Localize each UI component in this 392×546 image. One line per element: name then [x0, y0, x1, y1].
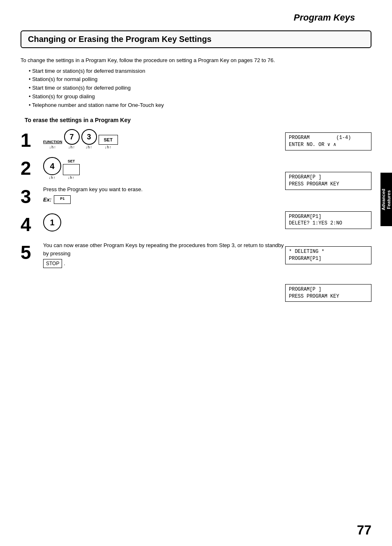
- key-7-group: 7 ↓h↑: [64, 129, 80, 149]
- step-5-row: 5 You can now erase other Program Keys b…: [21, 241, 285, 268]
- key-4-group: 4 ↓h↑: [43, 157, 61, 180]
- list-item: Telephone number and station name for On…: [29, 101, 371, 110]
- key-set1: SET: [99, 135, 118, 145]
- key-set2-group: SET ↓h↑: [63, 159, 80, 180]
- lcd-3-wrapper: PROGRAM[P1] DELETE? 1:YES 2:NO: [285, 211, 371, 229]
- step-2-keys: 4 ↓h↑ SET ↓h↑: [43, 157, 285, 180]
- erase-heading: To erase the settings in a Program Key: [25, 117, 371, 123]
- page-title: Program Keys: [21, 12, 371, 23]
- right-lcds: PROGRAM (1-4) ENTER NO. OR ∨ ∧ PROGRAM[P…: [285, 129, 371, 302]
- lcd-2-wrapper: PROGRAM[P ] PRESS PROGRAM KEY: [285, 172, 371, 190]
- step-3-text: Press the Program key you want to erase.: [43, 185, 285, 194]
- step-1-keys: FUNCTION ↓h↑ 7 ↓h↑ 3 ↓h↑ SET: [43, 129, 285, 149]
- step-4-keys: 1: [43, 213, 285, 231]
- step-3-number: 3: [21, 185, 43, 208]
- lcd-4-wrapper: * DELETING * PROGRAM[P1]: [285, 246, 371, 264]
- lcd-3: PROGRAM[P1] DELETE? 1:YES 2:NO: [285, 211, 371, 229]
- step-5-body: You can now erase other Program Keys by …: [43, 241, 285, 268]
- step-1-body: FUNCTION ↓h↑ 7 ↓h↑ 3 ↓h↑ SET: [43, 129, 285, 149]
- left-steps: 1 FUNCTION ↓h↑ 7 ↓h↑ 3: [21, 129, 285, 302]
- list-item: Start time or station(s) for deferred tr…: [29, 67, 371, 76]
- step-2-number: 2: [21, 157, 43, 179]
- lcd-5: PROGRAM[P ] PRESS PROGRAM KEY: [285, 284, 371, 302]
- step-3-row: 3 Press the Program key you want to eras…: [21, 185, 285, 208]
- function-finger: ↓h↑: [49, 145, 56, 149]
- lcd-5-wrapper: PROGRAM[P ] PRESS PROGRAM KEY: [285, 284, 371, 302]
- lcd-1: PROGRAM (1-4) ENTER NO. OR ∨ ∧: [285, 132, 371, 150]
- key-set2-finger: ↓h↑: [68, 176, 75, 180]
- list-item: Station(s) for normal polling: [29, 75, 371, 84]
- step-4-number: 4: [21, 213, 43, 236]
- side-tab-text: AdvancedFeatures: [381, 189, 392, 211]
- page-number: 77: [357, 523, 371, 538]
- key-4-finger: ↓h↑: [48, 176, 55, 180]
- key-7: 7: [64, 129, 80, 145]
- key-set2: [63, 164, 80, 175]
- step-3-body: Press the Program key you want to erase.…: [43, 185, 285, 204]
- step-1-row: 1 FUNCTION ↓h↑ 7 ↓h↑ 3: [21, 129, 285, 151]
- intro-text: To change the settings in a Program Key,…: [21, 56, 371, 65]
- lcd-4: * DELETING * PROGRAM[P1]: [285, 246, 371, 264]
- step-2-row: 2 4 ↓h↑ SET ↓h↑: [21, 157, 285, 180]
- function-label: FUNCTION: [43, 140, 62, 144]
- function-key-group: FUNCTION ↓h↑: [43, 140, 62, 149]
- step-1-number: 1: [21, 129, 43, 151]
- stop-box: STOP: [43, 259, 62, 268]
- p1-key: P1: [54, 195, 71, 204]
- step-2-body: 4 ↓h↑ SET ↓h↑: [43, 157, 285, 180]
- lcd-1-wrapper: PROGRAM (1-4) ENTER NO. OR ∨ ∧: [285, 132, 371, 150]
- step-4-body: 1: [43, 213, 285, 231]
- key-3-finger: ↓h↑: [85, 145, 92, 149]
- side-tab: AdvancedFeatures: [380, 173, 392, 226]
- step-3-ex: Ex: P1: [43, 195, 285, 204]
- ex-label: Ex:: [43, 197, 51, 203]
- bullet-list: Start time or station(s) for deferred tr…: [21, 67, 371, 110]
- list-item: Start time or station(s) for deferred po…: [29, 84, 371, 93]
- key-3: 3: [81, 129, 97, 145]
- key-3-group: 3 ↓h↑: [81, 129, 97, 149]
- key-set2-label: SET: [66, 159, 77, 164]
- step-5-number: 5: [21, 241, 43, 264]
- lcd-2: PROGRAM[P ] PRESS PROGRAM KEY: [285, 172, 371, 190]
- key-7-finger: ↓h↑: [68, 145, 75, 149]
- section-heading-text: Changing or Erasing the Program Key Sett…: [28, 35, 212, 44]
- section-heading: Changing or Erasing the Program Key Sett…: [21, 30, 371, 48]
- key-set1-finger: ↓h↑: [105, 145, 112, 149]
- list-item: Station(s) for group dialing: [29, 93, 371, 101]
- main-content: 1 FUNCTION ↓h↑ 7 ↓h↑ 3: [21, 129, 371, 302]
- key-set1-group: SET ↓h↑: [99, 135, 118, 149]
- key-1: 1: [43, 213, 61, 231]
- step-5-text: You can now erase other Program Keys by …: [43, 241, 285, 268]
- step-4-row: 4 1: [21, 213, 285, 236]
- key-4: 4: [43, 157, 61, 175]
